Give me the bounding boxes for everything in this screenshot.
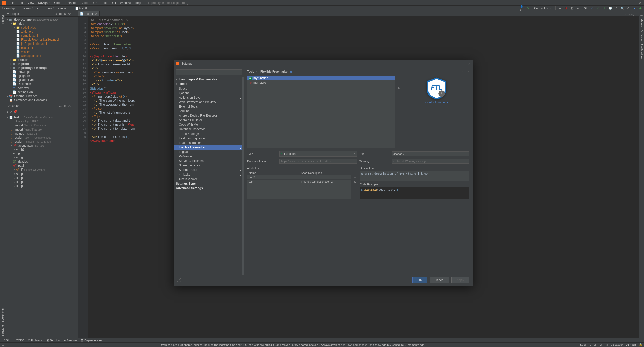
indent[interactable]: 2 spaces* [611,343,623,346]
type-select[interactable]: ${Function [279,151,357,157]
crumb-5[interactable]: test.ftl [79,7,87,10]
attr-edit-icon[interactable]: ✎ [353,181,357,185]
ide-icon[interactable]: ◆ [638,6,642,10]
close-tab-icon[interactable]: ✕ [95,12,97,16]
warn-input[interactable] [392,159,469,164]
st-server-cert[interactable]: Server Certificates [174,159,244,163]
crumb-4[interactable]: resources [57,7,69,10]
st-advanced[interactable]: Advanced Settings [174,186,244,190]
structure-tree[interactable]: ▾📄test.ftlD:\java\workspace\tk-proto ‹#f… [5,114,78,189]
stop-icon[interactable]: ■ [576,6,580,10]
line-ending[interactable]: CRLF [590,343,597,346]
attributes-table[interactable]: Name Short Description test2 test This i… [247,171,351,199]
lock-icon[interactable]: 🔒 [639,343,642,346]
hide-icon[interactable]: — [73,104,76,108]
st-web-browsers[interactable]: Web Browsers and Preview [174,100,244,104]
rail-maven[interactable]: Maven [640,19,643,27]
st-emulator[interactable]: Android Emulator [174,118,244,122]
st-space[interactable]: Space [174,86,244,91]
crumb-3[interactable]: main [46,7,52,10]
table-row[interactable]: test This is a test description 2 [247,180,351,184]
tree-item[interactable]: .gitignore [18,74,30,78]
st-logcat[interactable]: Logcat [174,150,244,154]
menu-view[interactable]: View [26,1,36,5]
tree-item[interactable]: .gitlab-ci.yml [18,78,34,82]
help-icon[interactable]: ? [177,278,181,282]
tool-services[interactable]: ◈Services [64,339,77,342]
tree-idea[interactable]: .idea [18,22,24,25]
debug-icon[interactable]: 🐞 [564,6,568,10]
search-icon[interactable]: 🔍 [620,6,624,10]
tool-deps[interactable]: ⬒Dependencies [81,339,102,342]
code-content[interactable]: <#-- This is a comment --> <#ftl encodin… [88,17,137,338]
tree-scratches[interactable]: Scratches and Consoles [14,98,47,102]
st-db-inspector[interactable]: Database Inspector [174,127,244,132]
menu-edit[interactable]: Edit [16,1,26,5]
tree-item[interactable]: misc.xml [21,46,33,50]
project-view-icon[interactable]: ▤ [7,12,9,16]
tree-item[interactable]: pom.xml [18,86,29,90]
project-tree[interactable]: ▾▣tk-prototypeD:\java\workspace\tk ▾📁.id… [5,17,78,103]
tree-external-libs[interactable]: External Libraries [14,94,37,98]
add-icon[interactable]: + [397,76,401,80]
menu-navigate[interactable]: Navigate [36,1,52,5]
tree-item[interactable]: FlexibleFreemarkerSettingsl [21,38,59,41]
tree-item[interactable]: vcs.xml [21,50,31,54]
collapse-all-icon[interactable]: ⇈ [64,104,67,108]
coverage-icon[interactable]: ◧ [570,6,574,10]
filter-icon[interactable]: ▽ [10,110,12,113]
settings-search-input[interactable] [176,69,242,75]
settings-tree[interactable]: ▸Languages & Frameworks ▾Tools Space Qod… [174,77,244,275]
settings-gear-icon[interactable]: ⚙ [68,12,72,16]
tree-item[interactable]: tk-proto [18,62,29,66]
st-flex-freemarker[interactable]: Flexible Freemarker▪ [174,145,244,150]
editor-tab[interactable]: 📄 test.ftl ✕ [78,11,100,16]
avatar-icon[interactable]: ● [632,6,636,10]
encoding[interactable]: UTF-8 [600,343,608,346]
sort-icon[interactable]: ↕ [7,110,8,113]
target-icon[interactable]: ⊕ [55,12,58,16]
dialog-titlebar[interactable]: Settings ✕ [174,60,473,67]
rail-notifications[interactable]: Notifications [640,44,643,59]
git-update-icon[interactable]: ✓ [590,6,594,10]
menu-file[interactable]: File [8,1,16,5]
st-diff[interactable]: ▸Diff & Merge [174,132,244,136]
table-row[interactable]: test2 [247,175,351,180]
pin-icon[interactable]: 📌 [13,110,17,113]
crumb-1[interactable]: tk-proto [22,7,31,10]
tree-item[interactable]: codeStyles [21,26,36,29]
st-startup[interactable]: Startup Tasks▪ [174,168,244,172]
rollback-icon[interactable]: ↶ [614,6,618,10]
back-icon[interactable]: ← [462,70,465,73]
st-cwm[interactable]: Code With Me [174,122,244,127]
expand-icon[interactable]: ⇆ [59,12,63,16]
git-branch[interactable]: ⎇ main [626,343,636,346]
tree-item[interactable]: jarRepositories.xml [21,42,47,46]
tree-item[interactable]: workspace.xml [21,54,41,58]
st-shared-idx[interactable]: Shared Indexes [174,163,244,168]
rail-project[interactable]: Project [1,15,4,24]
tree-item[interactable]: .gitignore [21,30,33,33]
dialog-close-icon[interactable]: ✕ [468,62,470,65]
st-tasks[interactable]: ▸Tasks▪ [174,172,244,177]
window-icon[interactable]: ☐ [2,343,4,346]
element-item-function[interactable]: ${ myfunction [247,76,395,80]
rail-m-icon[interactable]: m [640,14,643,17]
menu-help[interactable]: Help [133,1,143,5]
tool-problems[interactable]: ⊘Problems [28,339,43,342]
attr-add-icon[interactable]: + [353,171,357,175]
title-input[interactable] [392,151,469,156]
forward-icon[interactable]: → [466,70,469,73]
description-textarea[interactable]: A great description of everything I know [360,171,469,181]
close-icon[interactable]: ✕ [639,1,642,5]
menu-git[interactable]: Git [110,1,118,5]
st-features-sug[interactable]: Features Suggester [174,136,244,141]
code-example-textarea[interactable]: ${myfunction(test,test2)} [360,187,469,199]
tree-item[interactable]: compiler.xml [21,34,38,37]
git-history-icon[interactable]: 🕐 [608,6,612,10]
crumb-2[interactable]: src [37,7,40,10]
tool-todo[interactable]: ☰TODO [13,339,24,342]
tree-item[interactable]: .env.tmpl [18,70,30,74]
menu-window[interactable]: Window [118,1,133,5]
expand-all-icon[interactable]: ⇊ [59,104,63,108]
